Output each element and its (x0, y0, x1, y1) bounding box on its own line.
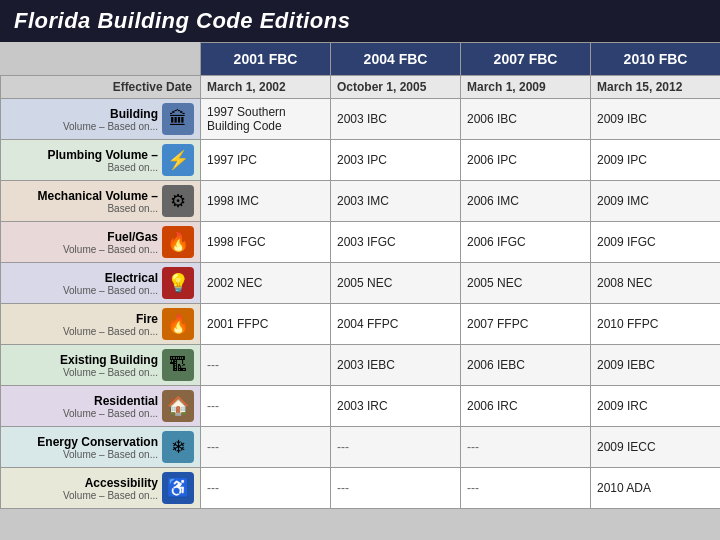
row-1-col1: 1997 Southern Building Code (201, 99, 331, 140)
table-row: FireVolume – Based on...🔥2001 FFPC2004 F… (1, 304, 721, 345)
row-label-cell: Existing BuildingVolume – Based on...🏗 (1, 345, 201, 386)
row-7-col3: 2006 IEBC (461, 345, 591, 386)
row-label-cell: Fuel/GasVolume – Based on...🔥 (1, 222, 201, 263)
row-10-col1: --- (201, 468, 331, 509)
row-label-main: Accessibility (63, 476, 158, 490)
row-label-main: Mechanical Volume – (38, 189, 159, 203)
row-4-col2: 2003 IFGC (331, 222, 461, 263)
row-label-cell: Energy ConservationVolume – Based on...❄ (1, 427, 201, 468)
effective-date-row: Effective Date March 1, 2002 October 1, … (1, 76, 721, 99)
row-5-col3: 2005 NEC (461, 263, 591, 304)
row-label-main: Building (63, 107, 158, 121)
row-3-col1: 1998 IMC (201, 181, 331, 222)
row-label-sub: Volume – Based on... (63, 408, 158, 419)
row-6-col2: 2004 FFPC (331, 304, 461, 345)
table-row: Mechanical Volume –Based on...⚙1998 IMC2… (1, 181, 721, 222)
row-label-main: Energy Conservation (37, 435, 158, 449)
row-8-col2: 2003 IRC (331, 386, 461, 427)
row-7-col1: --- (201, 345, 331, 386)
row-icon: 💡 (162, 267, 194, 299)
row-label-main: Electrical (63, 271, 158, 285)
row-label-main: Residential (63, 394, 158, 408)
row-icon: ♿ (162, 472, 194, 504)
row-3-col2: 2003 IMC (331, 181, 461, 222)
row-label-cell: ResidentialVolume – Based on...🏠 (1, 386, 201, 427)
col3-header: 2007 FBC (461, 43, 591, 76)
effective-date-col4: March 15, 2012 (591, 76, 721, 99)
row-4-col4: 2009 IFGC (591, 222, 721, 263)
row-8-col3: 2006 IRC (461, 386, 591, 427)
row-label-main: Plumbing Volume – (48, 148, 158, 162)
row-1-col2: 2003 IBC (331, 99, 461, 140)
row-7-col4: 2009 IEBC (591, 345, 721, 386)
row-label-sub: Volume – Based on... (63, 490, 158, 501)
effective-date-col3: March 1, 2009 (461, 76, 591, 99)
table-row: Plumbing Volume –Based on...⚡1997 IPC200… (1, 140, 721, 181)
page-title: Florida Building Code Editions (0, 0, 720, 42)
row-5-col1: 2002 NEC (201, 263, 331, 304)
row-icon: ⚡ (162, 144, 194, 176)
row-2-col1: 1997 IPC (201, 140, 331, 181)
row-label-main: Fire (63, 312, 158, 326)
row-10-col4: 2010 ADA (591, 468, 721, 509)
row-icon: 🔥 (162, 226, 194, 258)
row-4-col3: 2006 IFGC (461, 222, 591, 263)
row-label-sub: Volume – Based on... (63, 121, 158, 132)
row-label-cell: AccessibilityVolume – Based on...♿ (1, 468, 201, 509)
row-9-col1: --- (201, 427, 331, 468)
row-2-col2: 2003 IPC (331, 140, 461, 181)
row-icon: 🏛 (162, 103, 194, 135)
table-row: AccessibilityVolume – Based on...♿------… (1, 468, 721, 509)
row-label-sub: Based on... (48, 162, 158, 173)
table-row: ElectricalVolume – Based on...💡2002 NEC2… (1, 263, 721, 304)
row-label-sub: Volume – Based on... (63, 326, 158, 337)
col2-header: 2004 FBC (331, 43, 461, 76)
table-row: Existing BuildingVolume – Based on...🏗--… (1, 345, 721, 386)
row-icon: 🏠 (162, 390, 194, 422)
table-row: ResidentialVolume – Based on...🏠---2003 … (1, 386, 721, 427)
row-label-main: Existing Building (60, 353, 158, 367)
row-1-col3: 2006 IBC (461, 99, 591, 140)
row-label-cell: BuildingVolume – Based on...🏛 (1, 99, 201, 140)
row-3-col3: 2006 IMC (461, 181, 591, 222)
row-6-col3: 2007 FFPC (461, 304, 591, 345)
row-10-col2: --- (331, 468, 461, 509)
table-row: Energy ConservationVolume – Based on...❄… (1, 427, 721, 468)
effective-date-col1: March 1, 2002 (201, 76, 331, 99)
row-7-col2: 2003 IEBC (331, 345, 461, 386)
row-8-col1: --- (201, 386, 331, 427)
row-icon: ❄ (162, 431, 194, 463)
row-label-cell: ElectricalVolume – Based on...💡 (1, 263, 201, 304)
row-label-sub: Volume – Based on... (63, 244, 158, 255)
row-label-sub: Volume – Based on... (37, 449, 158, 460)
row-label-main: Fuel/Gas (63, 230, 158, 244)
header-row: 2001 FBC 2004 FBC 2007 FBC 2010 FBC (1, 43, 721, 76)
row-label-sub: Volume – Based on... (60, 367, 158, 378)
row-label-cell: Plumbing Volume –Based on...⚡ (1, 140, 201, 181)
row-9-col2: --- (331, 427, 461, 468)
table-row: BuildingVolume – Based on...🏛1997 Southe… (1, 99, 721, 140)
row-label-cell: FireVolume – Based on...🔥 (1, 304, 201, 345)
table-row: Fuel/GasVolume – Based on...🔥1998 IFGC20… (1, 222, 721, 263)
row-9-col3: --- (461, 427, 591, 468)
row-6-col4: 2010 FFPC (591, 304, 721, 345)
row-5-col2: 2005 NEC (331, 263, 461, 304)
row-1-col4: 2009 IBC (591, 99, 721, 140)
label-header (1, 43, 201, 76)
effective-date-col2: October 1, 2005 (331, 76, 461, 99)
row-4-col1: 1998 IFGC (201, 222, 331, 263)
row-icon: 🏗 (162, 349, 194, 381)
col4-header: 2010 FBC (591, 43, 721, 76)
row-2-col4: 2009 IPC (591, 140, 721, 181)
row-5-col4: 2008 NEC (591, 263, 721, 304)
row-2-col3: 2006 IPC (461, 140, 591, 181)
col1-header: 2001 FBC (201, 43, 331, 76)
row-6-col1: 2001 FFPC (201, 304, 331, 345)
row-8-col4: 2009 IRC (591, 386, 721, 427)
row-10-col3: --- (461, 468, 591, 509)
row-icon: 🔥 (162, 308, 194, 340)
row-3-col4: 2009 IMC (591, 181, 721, 222)
row-label-sub: Volume – Based on... (63, 285, 158, 296)
effective-date-label: Effective Date (1, 76, 201, 99)
row-icon: ⚙ (162, 185, 194, 217)
